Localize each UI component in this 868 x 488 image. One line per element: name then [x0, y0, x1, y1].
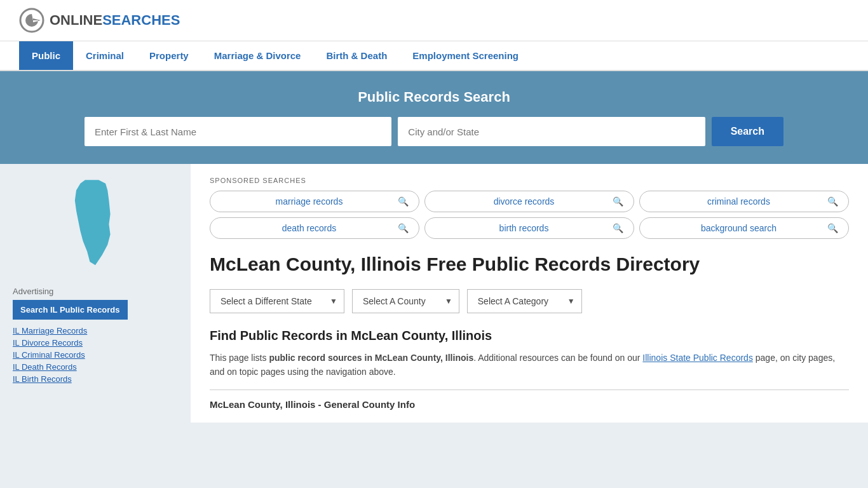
dropdowns-row: Select a Different State Alabama Alaska …: [210, 289, 849, 313]
description-text-1: This page lists: [210, 353, 269, 363]
content-area: SPONSORED SEARCHES marriage records 🔍 di…: [191, 164, 868, 423]
search-icon-1: 🔍: [398, 196, 409, 207]
tag-death-records[interactable]: death records 🔍: [210, 217, 419, 239]
tag-marriage-records[interactable]: marriage records 🔍: [210, 191, 419, 212]
county-dropdown[interactable]: Select A County Cook County McLean Count…: [359, 290, 442, 313]
county-dropdown-wrapper: Select A County Cook County McLean Count…: [352, 289, 459, 313]
tag-criminal-records-text: criminal records: [650, 196, 827, 207]
tag-birth-records[interactable]: birth records 🔍: [424, 217, 634, 239]
county-info-heading: McLean County, Illinois - General County…: [210, 390, 849, 410]
header: ONLINESEARCHES: [0, 0, 868, 41]
nav-item-birth-death[interactable]: Birth & Death: [313, 41, 400, 70]
find-heading: Find Public Records in McLean County, Il…: [210, 329, 849, 343]
tag-marriage-records-text: marriage records: [220, 196, 398, 207]
tag-birth-records-text: birth records: [435, 223, 613, 233]
state-dropdown[interactable]: Select a Different State Alabama Alaska …: [217, 290, 327, 313]
tag-background-search-text: background search: [650, 223, 827, 233]
sidebar: Advertising Search IL Public Records IL …: [0, 164, 191, 423]
sidebar-ad-button[interactable]: Search IL Public Records: [13, 300, 128, 320]
county-dropdown-arrow: ▼: [445, 297, 452, 306]
logo: ONLINESEARCHES: [19, 8, 180, 33]
sidebar-link-birth[interactable]: IL Birth Records: [13, 374, 178, 384]
logo-text: ONLINESEARCHES: [50, 12, 180, 29]
main-nav: Public Criminal Property Marriage & Divo…: [0, 41, 868, 71]
state-dropdown-arrow: ▼: [330, 297, 337, 306]
category-dropdown[interactable]: Select A Category Birth Records Death Re…: [474, 290, 565, 313]
description-text-2: . Additional resources can be found on o…: [473, 353, 642, 363]
main-wrapper: Advertising Search IL Public Records IL …: [0, 164, 868, 423]
sidebar-link-marriage[interactable]: IL Marriage Records: [13, 326, 178, 336]
nav-item-public[interactable]: Public: [19, 41, 73, 70]
svg-marker-1: [75, 180, 111, 265]
search-icon-2: 🔍: [613, 196, 623, 207]
search-row: Search: [85, 117, 783, 146]
nav-item-criminal[interactable]: Criminal: [73, 41, 137, 70]
category-dropdown-wrapper: Select A Category Birth Records Death Re…: [467, 289, 582, 313]
sponsored-tags: marriage records 🔍 divorce records 🔍 cri…: [210, 191, 849, 239]
nav-item-property[interactable]: Property: [137, 41, 201, 70]
nav-item-employment[interactable]: Employment Screening: [400, 41, 531, 70]
tag-death-records-text: death records: [220, 223, 398, 233]
advertising-label: Advertising: [13, 287, 178, 296]
search-banner-title: Public Records Search: [19, 89, 849, 105]
search-button[interactable]: Search: [712, 117, 783, 146]
illinois-map: [13, 177, 178, 274]
sponsored-label: SPONSORED SEARCHES: [210, 177, 849, 184]
search-icon-6: 🔍: [827, 223, 838, 233]
tag-divorce-records-text: divorce records: [435, 196, 613, 207]
search-icon-5: 🔍: [613, 223, 623, 233]
tag-divorce-records[interactable]: divorce records 🔍: [424, 191, 634, 212]
search-icon-3: 🔍: [827, 196, 838, 207]
tag-background-search[interactable]: background search 🔍: [639, 217, 849, 239]
page-title: McLean County, Illinois Free Public Reco…: [210, 252, 849, 276]
name-input[interactable]: [85, 117, 391, 146]
tag-criminal-records[interactable]: criminal records 🔍: [639, 191, 849, 212]
sidebar-link-divorce[interactable]: IL Divorce Records: [13, 338, 178, 348]
description-paragraph: This page lists public record sources in…: [210, 351, 849, 379]
category-dropdown-arrow: ▼: [567, 297, 575, 306]
sidebar-link-criminal[interactable]: IL Criminal Records: [13, 350, 178, 360]
illinois-map-svg: [57, 177, 133, 272]
description-bold: public record sources in McLean County, …: [269, 353, 473, 363]
logo-icon: [19, 8, 44, 33]
state-dropdown-wrapper: Select a Different State Alabama Alaska …: [210, 289, 344, 313]
sidebar-link-death[interactable]: IL Death Records: [13, 362, 178, 372]
search-banner: Public Records Search Search: [0, 71, 868, 164]
location-input[interactable]: [398, 117, 705, 146]
illinois-records-link[interactable]: Illinois State Public Records: [642, 353, 753, 363]
search-icon-4: 🔍: [398, 223, 409, 233]
nav-item-marriage-divorce[interactable]: Marriage & Divorce: [201, 41, 314, 70]
